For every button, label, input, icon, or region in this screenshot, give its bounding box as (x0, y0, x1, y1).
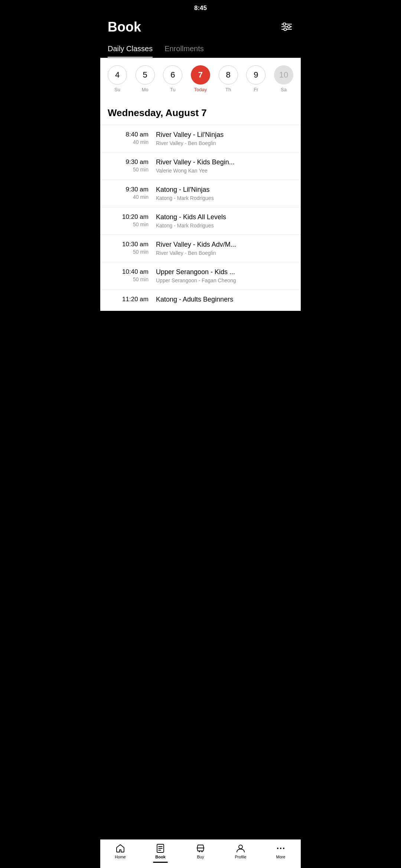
nav-book-label: Book (155, 855, 166, 859)
tab-bar: Daily Classes Enrollments (100, 41, 301, 58)
nav-profile-label: Profile (235, 855, 246, 859)
calendar-day-6[interactable]: 6Tu (162, 65, 184, 92)
calendar-day-10[interactable]: 10Sa (273, 65, 295, 92)
date-heading: Wednesday, August 7 (100, 98, 301, 125)
book-icon (156, 844, 165, 853)
calendar-day-5[interactable]: 5Mo (134, 65, 156, 92)
svg-point-14 (280, 848, 281, 849)
header: Book (100, 16, 301, 41)
page-title: Book (108, 19, 141, 35)
class-item[interactable]: 8:40 am40 minRiver Valley - Lil'NinjasRi… (100, 125, 301, 152)
nav-more[interactable]: More (261, 844, 301, 859)
nav-more-label: More (276, 855, 285, 859)
home-icon (115, 844, 125, 853)
status-bar: 8:45 (100, 0, 301, 16)
filter-button[interactable] (280, 21, 293, 33)
class-item[interactable]: 10:40 am50 minUpper Serangoon - Kids ...… (100, 262, 301, 289)
calendar-day-4[interactable]: 4Su (106, 65, 128, 92)
svg-point-3 (288, 25, 290, 28)
calendar-day-9[interactable]: 9Fr (245, 65, 267, 92)
calendar-day-7[interactable]: 7Today (189, 65, 212, 92)
svg-point-15 (283, 848, 284, 849)
calendar-strip: 4Su5Mo6Tu7Today8Th9Fr10Sa (100, 58, 301, 98)
class-item[interactable]: 10:30 am50 minRiver Valley - Kids Adv/M.… (100, 234, 301, 262)
tab-enrollments[interactable]: Enrollments (164, 41, 204, 57)
nav-buy[interactable]: Buy (180, 844, 221, 859)
svg-point-10 (199, 851, 200, 852)
status-time: 8:45 (194, 4, 207, 12)
svg-point-12 (239, 845, 242, 849)
class-list: 8:40 am40 minRiver Valley - Lil'NinjasRi… (100, 125, 301, 311)
profile-icon (236, 844, 245, 853)
svg-point-11 (202, 851, 203, 852)
class-item[interactable]: 11:20 amKatong - Adults Beginners (100, 289, 301, 311)
filter-icon (281, 23, 292, 31)
nav-buy-label: Buy (197, 855, 204, 859)
svg-point-5 (284, 28, 287, 30)
content-area: Wednesday, August 7 8:40 am40 minRiver V… (100, 98, 301, 311)
nav-book[interactable]: Book (140, 844, 180, 859)
nav-home-label: Home (115, 855, 125, 859)
class-item[interactable]: 10:20 am50 minKatong - Kids All LevelsKa… (100, 207, 301, 234)
calendar-day-8[interactable]: 8Th (217, 65, 239, 92)
buy-icon (196, 844, 205, 853)
class-item[interactable]: 9:30 am50 minRiver Valley - Kids Begin..… (100, 152, 301, 180)
svg-point-1 (283, 23, 286, 25)
tab-daily-classes[interactable]: Daily Classes (108, 41, 153, 57)
more-icon (276, 844, 286, 853)
nav-home[interactable]: Home (100, 844, 140, 859)
nav-profile[interactable]: Profile (221, 844, 261, 859)
class-item[interactable]: 9:30 am40 minKatong - Lil'NinjasKatong -… (100, 180, 301, 207)
svg-point-13 (277, 848, 278, 849)
bottom-nav: Home Book Buy Profile More (100, 839, 301, 868)
